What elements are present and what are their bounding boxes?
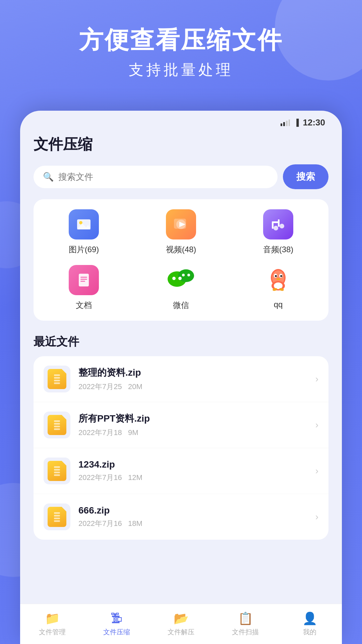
nav-icon-file-manager: 📁 xyxy=(45,611,60,626)
svg-point-16 xyxy=(178,269,194,282)
svg-point-18 xyxy=(178,277,182,280)
svg-point-25 xyxy=(275,275,277,277)
image-icon xyxy=(69,209,99,239)
recent-files-title: 最近文件 xyxy=(34,334,328,350)
category-label-audio: 音频(38) xyxy=(263,244,294,255)
nav-item-file-scan[interactable]: 📋 文件扫描 xyxy=(213,611,278,637)
file-size-2: 12M xyxy=(128,473,142,482)
qq-icon xyxy=(263,265,293,295)
video-icon xyxy=(166,209,196,239)
nav-label-file-scan: 文件扫描 xyxy=(232,628,259,637)
svg-point-20 xyxy=(187,274,190,276)
nav-label-mine: 我的 xyxy=(303,628,316,637)
svg-rect-13 xyxy=(80,279,87,280)
category-item-audio[interactable]: 音频(38) xyxy=(235,209,322,255)
doc-icon xyxy=(69,265,99,295)
file-arrow-3: › xyxy=(315,512,318,522)
nav-label-file-compress: 文件压缩 xyxy=(103,628,130,637)
nav-item-file-manager[interactable]: 📁 文件管理 xyxy=(20,611,84,637)
nav-item-file-compress[interactable]: 🗜 文件压缩 xyxy=(84,611,149,637)
header-title: 方便查看压缩文件 xyxy=(0,27,362,53)
status-bar: ▐ 12:30 xyxy=(20,111,342,131)
file-item-3[interactable]: 666.zip 2022年7月16 18M › xyxy=(34,494,328,540)
file-size-0: 20M xyxy=(128,382,142,391)
file-info-1: 所有PPT资料.zip 2022年7月18 9M xyxy=(78,412,307,438)
file-name-1: 所有PPT资料.zip xyxy=(78,412,307,425)
file-item-2[interactable]: 1234.zip 2022年7月16 12M › xyxy=(34,448,328,494)
audio-icon xyxy=(263,209,293,239)
file-date-3: 2022年7月16 xyxy=(78,519,122,528)
file-size-3: 18M xyxy=(128,519,142,528)
file-date-0: 2022年7月25 xyxy=(78,382,122,391)
category-label-image: 图片(69) xyxy=(69,244,99,255)
category-label-video: 视频(48) xyxy=(166,244,196,255)
nav-item-file-extract[interactable]: 📂 文件解压 xyxy=(149,611,213,637)
file-list: 整理的资料.zip 2022年7月25 20M › xyxy=(34,356,328,540)
file-name-3: 666.zip xyxy=(78,505,307,516)
file-icon-0 xyxy=(44,366,70,392)
nav-label-file-manager: 文件管理 xyxy=(39,628,66,637)
file-icon-2 xyxy=(44,458,70,484)
search-button[interactable]: 搜索 xyxy=(283,164,328,189)
file-arrow-2: › xyxy=(315,466,318,476)
svg-rect-11 xyxy=(79,274,89,286)
category-item-doc[interactable]: 文档 xyxy=(40,265,127,311)
bottom-nav: 📁 文件管理 🗜 文件压缩 📂 文件解压 📋 文件扫描 👤 我的 xyxy=(20,604,342,644)
svg-point-26 xyxy=(280,275,282,277)
file-info-0: 整理的资料.zip 2022年7月25 20M xyxy=(78,366,307,392)
file-meta-0: 2022年7月25 20M xyxy=(78,382,307,392)
app-content: 文件压缩 🔍 搜索 图片(69) xyxy=(20,135,342,540)
file-arrow-0: › xyxy=(315,374,318,384)
file-info-2: 1234.zip 2022年7月16 12M xyxy=(78,459,307,483)
file-item-0[interactable]: 整理的资料.zip 2022年7月25 20M › xyxy=(34,356,328,402)
svg-rect-10 xyxy=(272,221,280,223)
nav-icon-file-extract: 📂 xyxy=(174,611,189,626)
file-meta-1: 2022年7月18 9M xyxy=(78,428,307,438)
category-label-doc: 文档 xyxy=(76,300,92,311)
svg-point-19 xyxy=(182,274,185,276)
search-input-wrap[interactable]: 🔍 xyxy=(34,166,278,188)
category-label-qq: qq xyxy=(274,300,283,309)
nav-label-file-extract: 文件解压 xyxy=(168,628,194,637)
file-name-0: 整理的资料.zip xyxy=(78,366,307,379)
file-icon-1 xyxy=(44,412,70,438)
category-item-video[interactable]: 视频(48) xyxy=(137,209,225,255)
status-time: 12:30 xyxy=(303,117,325,128)
file-size-1: 9M xyxy=(128,428,138,437)
phone-mockup: ▐ 12:30 文件压缩 🔍 搜索 xyxy=(20,111,342,644)
svg-point-6 xyxy=(274,226,278,230)
search-bar: 🔍 搜索 xyxy=(34,164,328,189)
nav-icon-file-scan: 📋 xyxy=(238,611,253,626)
file-info-3: 666.zip 2022年7月16 18M xyxy=(78,505,307,529)
header-area: 方便查看压缩文件 支持批量处理 xyxy=(0,27,362,80)
category-item-wechat[interactable]: 微信 xyxy=(137,265,225,311)
file-name-2: 1234.zip xyxy=(78,459,307,470)
page-title: 文件压缩 xyxy=(34,135,328,154)
battery-icon: ▐ xyxy=(294,119,299,126)
file-icon-3 xyxy=(44,503,70,530)
header-subtitle: 支持批量处理 xyxy=(0,60,362,80)
wechat-icon xyxy=(166,265,196,295)
svg-point-7 xyxy=(280,224,284,228)
search-icon: 🔍 xyxy=(43,172,54,182)
file-item-1[interactable]: 所有PPT资料.zip 2022年7月18 9M › xyxy=(34,402,328,448)
file-meta-2: 2022年7月16 12M xyxy=(78,473,307,483)
nav-icon-mine: 👤 xyxy=(302,611,317,626)
category-label-wechat: 微信 xyxy=(173,300,189,311)
category-item-qq[interactable]: qq xyxy=(235,265,322,311)
svg-point-27 xyxy=(276,278,280,280)
file-arrow-1: › xyxy=(315,420,318,430)
file-date-1: 2022年7月18 xyxy=(78,428,122,437)
category-item-image[interactable]: 图片(69) xyxy=(40,209,127,255)
category-grid: 图片(69) 视频(48) xyxy=(34,199,328,321)
signal-icon xyxy=(281,119,290,126)
file-meta-3: 2022年7月16 18M xyxy=(78,519,307,529)
nav-icon-file-compress: 🗜 xyxy=(111,611,123,626)
file-date-2: 2022年7月16 xyxy=(78,473,122,482)
svg-rect-14 xyxy=(80,281,85,282)
nav-item-mine[interactable]: 👤 我的 xyxy=(278,611,342,637)
search-input[interactable] xyxy=(58,172,268,182)
svg-point-17 xyxy=(172,277,176,280)
svg-rect-12 xyxy=(80,277,87,278)
